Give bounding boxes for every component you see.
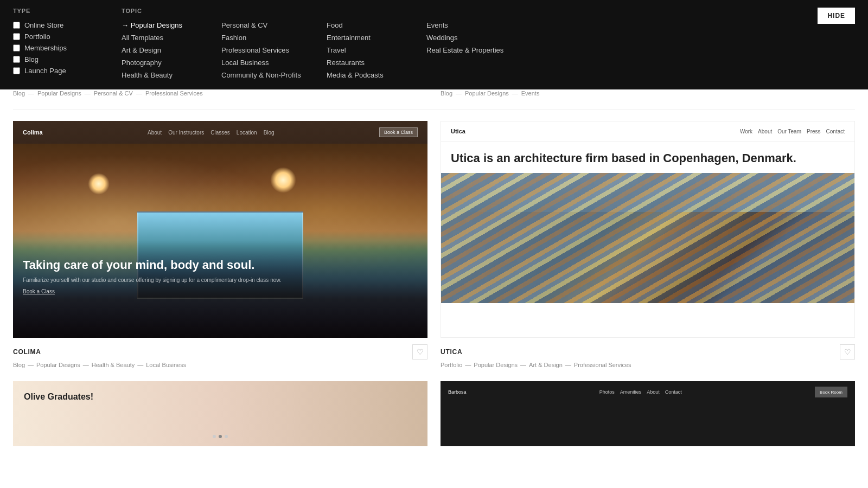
breadcrumb-row-2: Blog — Popular Designs — Events [441, 87, 855, 105]
filter-memberships[interactable]: Memberships [13, 42, 100, 54]
colima-book-btn[interactable]: Book a Class [379, 127, 418, 137]
topic-label: TOPIC [122, 8, 208, 14]
topic-events[interactable]: Events [426, 20, 513, 31]
colima-subtext: Familiarize yourself with our studio and… [23, 277, 418, 284]
topic-restaurants[interactable]: Restaurants [327, 57, 413, 68]
colima-hero-image: Taking care of your mind, body and soul.… [13, 144, 427, 338]
utica-body: Utica is an architecture firm based in C… [441, 142, 854, 173]
breadcrumb-popular-2: Popular Designs [465, 90, 509, 97]
colima-card: Colima About Our Instructors Classes Loc… [13, 121, 427, 368]
colima-preview[interactable]: Colima About Our Instructors Classes Loc… [13, 121, 427, 338]
topic-weddings[interactable]: Weddings [426, 32, 513, 43]
type-label: TYPE [13, 8, 100, 14]
portfolio-checkbox[interactable] [13, 33, 20, 40]
building-stripes [441, 173, 854, 303]
topic-health-beauty[interactable]: Health & Beauty [122, 69, 208, 81]
colima-breadcrumb: Blog — Popular Designs — Health & Beauty… [13, 362, 427, 368]
colima-nav: Colima About Our Instructors Classes Loc… [13, 121, 427, 144]
utica-breadcrumb: Portfolio — Popular Designs — Art & Desi… [441, 362, 855, 368]
filter-bar: TYPE Online Store Portfolio Memberships … [0, 0, 868, 89]
colima-meta: COLIMA ♡ [13, 338, 427, 362]
hide-button[interactable]: HIDE [818, 8, 855, 24]
colima-card-name: COLIMA [13, 348, 41, 356]
olive-dots [213, 435, 228, 438]
utica-heart-button[interactable]: ♡ [840, 344, 855, 359]
breadcrumb-blog-1: Blog [13, 90, 25, 97]
breadcrumb-row-1: Blog — Popular Designs — Personal & CV —… [13, 87, 427, 105]
filter-portfolio[interactable]: Portfolio [13, 31, 100, 42]
utica-card: Utica Work About Our Team Press Contact … [441, 121, 855, 368]
topic-local-business[interactable]: Local Business [221, 57, 314, 68]
topic-food[interactable]: Food [327, 20, 413, 31]
topic-all-templates[interactable]: All Templates [122, 32, 208, 43]
utica-card-name: UTICA [441, 348, 462, 356]
colima-heart-button[interactable]: ♡ [412, 344, 427, 359]
topic-professional-services[interactable]: Professional Services [221, 44, 314, 56]
top-breadcrumbs-row: Blog — Popular Designs — Personal & CV —… [13, 87, 855, 105]
utica-nav-links: Work About Our Team Press Contact [740, 129, 845, 134]
olive-preview[interactable]: Olive Graduates! [13, 381, 427, 446]
topic-entertainment[interactable]: Entertainment [327, 32, 413, 43]
breadcrumb-blog-2: Blog [441, 90, 452, 97]
barbosa-card: Barbosa Photos Amenities About Contact B… [441, 381, 855, 446]
topic-col-4: Events Weddings Real Estate & Properties [426, 20, 513, 56]
topic-media-podcasts[interactable]: Media & Podcasts [327, 69, 413, 81]
utica-title: Utica is an architecture firm based in C… [451, 151, 845, 165]
online-store-label: Online Store [24, 21, 63, 29]
memberships-checkbox[interactable] [13, 44, 20, 52]
barbosa-nav-links: Photos Amenities About Contact [599, 389, 682, 395]
breadcrumb-events: Events [521, 90, 540, 97]
barbosa-logo: Barbosa [448, 389, 467, 395]
utica-meta: UTICA ♡ [441, 338, 855, 362]
online-store-checkbox[interactable] [13, 22, 20, 29]
light-orb-left [88, 173, 110, 195]
memberships-label: Memberships [24, 44, 67, 52]
topic-col-4-wrapper: TOPIC Events Weddings Real Estate & Prop… [426, 8, 513, 81]
blog-label: Blog [24, 55, 39, 63]
utica-logo: Utica [451, 128, 465, 134]
launch-page-label: Launch Page [24, 67, 66, 75]
topic-col-2: Personal & CV Fashion Professional Servi… [221, 20, 314, 81]
topic-col-3-wrapper: TOPIC Food Entertainment Travel Restaura… [327, 8, 413, 81]
topic-photography[interactable]: Photography [122, 57, 208, 68]
topic-col-3: Food Entertainment Travel Restaurants Me… [327, 20, 413, 81]
portfolio-label: Portfolio [24, 33, 50, 41]
colima-cta-link[interactable]: Book a Class [23, 288, 418, 294]
utica-building-image [441, 173, 854, 303]
olive-text: Olive Graduates! [24, 392, 93, 402]
topic-art-design[interactable]: Art & Design [122, 44, 208, 56]
topic-popular-designs[interactable]: Popular Designs [122, 20, 208, 31]
cards-grid: Colima About Our Instructors Classes Loc… [13, 121, 855, 446]
light-orb-right [270, 167, 296, 193]
utica-preview[interactable]: Utica Work About Our Team Press Contact … [441, 121, 855, 338]
utica-nav: Utica Work About Our Team Press Contact [441, 121, 854, 142]
colima-logo: Colima [23, 129, 43, 136]
colima-text-overlay: Taking care of your mind, body and soul.… [23, 258, 418, 294]
topic-col-wrapper: TOPIC Popular Designs All Templates Art … [122, 8, 208, 81]
topic-community[interactable]: Community & Non-Profits [221, 69, 314, 81]
topic-col-1: Popular Designs All Templates Art & Desi… [122, 20, 208, 81]
main-content: Blog — Popular Designs — Personal & CV —… [0, 87, 868, 468]
colima-headline: Taking care of your mind, body and soul. [23, 258, 418, 272]
barbosa-nav: Barbosa Photos Amenities About Contact B… [441, 381, 855, 403]
topic-personal-cv[interactable]: Personal & CV [221, 20, 314, 31]
colima-nav-links: About Our Instructors Classes Location B… [148, 130, 275, 136]
breadcrumb-professional: Professional Services [145, 90, 203, 97]
topic-filter-section: TOPIC Popular Designs All Templates Art … [122, 8, 513, 81]
content-separator [13, 110, 855, 110]
breadcrumb-personal: Personal & CV [94, 90, 133, 97]
breadcrumb-popular-1: Popular Designs [37, 90, 81, 97]
blog-checkbox[interactable] [13, 56, 20, 63]
filter-blog[interactable]: Blog [13, 54, 100, 65]
launch-page-checkbox[interactable] [13, 67, 20, 74]
topic-travel[interactable]: Travel [327, 44, 413, 56]
barbosa-preview[interactable]: Barbosa Photos Amenities About Contact B… [441, 381, 855, 446]
topic-fashion[interactable]: Fashion [221, 32, 314, 43]
type-filter-section: TYPE Online Store Portfolio Memberships … [13, 8, 100, 76]
filter-online-store[interactable]: Online Store [13, 20, 100, 31]
topic-real-estate[interactable]: Real Estate & Properties [426, 44, 513, 56]
filter-launch-page[interactable]: Launch Page [13, 65, 100, 76]
barbosa-btn[interactable]: Book Room [815, 387, 847, 397]
topic-col-2-wrapper: TOPIC Personal & CV Fashion Professional… [221, 8, 314, 81]
olive-card: Olive Graduates! [13, 381, 427, 446]
